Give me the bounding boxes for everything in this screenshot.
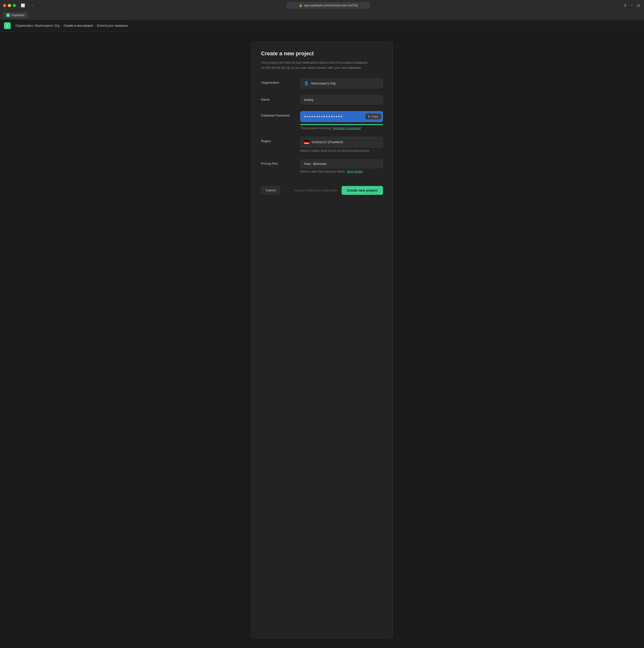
tab-title: Supabase <box>11 13 24 17</box>
name-input[interactable] <box>300 95 383 104</box>
form-card: Create a new project Your project will h… <box>251 41 393 639</box>
breadcrumb-sep-3: › <box>95 24 96 28</box>
breadcrumb: › Organization: flaviocopes's Org › Crea… <box>13 24 128 28</box>
minimize-button[interactable] <box>8 4 11 7</box>
tab-bar: S Supabase <box>0 11 644 19</box>
pricing-hint: Select a plan that suits your needs. Mor… <box>300 170 383 173</box>
organization-value: flaviocopes's Org <box>311 82 336 85</box>
region-chevron-down-icon: ⌄ <box>377 141 379 144</box>
region-select[interactable]: 🇩🇪 Central EU (Frankfurt) ⌄ <box>300 137 383 148</box>
breadcrumb-org[interactable]: Organization: flaviocopes's Org <box>15 24 59 28</box>
share-button[interactable]: ⬆ <box>623 2 628 9</box>
pricing-select-left: Free - $0/month <box>304 162 327 166</box>
pricing-plan-input-area: Free - $0/month ⌄ Select a plan that sui… <box>300 159 383 173</box>
cancel-button[interactable]: Cancel <box>261 186 280 194</box>
fullscreen-button[interactable] <box>13 4 16 7</box>
pricing-chevron-down-icon: ⌄ <box>377 162 379 165</box>
region-hint: Select a region close to you for the bes… <box>300 149 383 153</box>
form-footer: Cancel You can rename your project later… <box>261 181 383 195</box>
more-details-link[interactable]: More details <box>347 170 363 173</box>
pricing-hint-text: Select a plan that suits your needs. <box>300 170 346 173</box>
name-label: Name <box>261 95 295 101</box>
database-password-input-area: ⧉ Copy This password is strong. Generate… <box>300 111 383 130</box>
organization-field: Organization 👤 flaviocopes's Org ⌄ <box>261 78 383 88</box>
copy-icon: ⧉ <box>368 115 370 118</box>
pricing-plan-select[interactable]: Free - $0/month ⌄ <box>300 159 383 168</box>
lock-icon: 🔒 <box>299 4 302 7</box>
pricing-plan-label: Pricing Plan <box>261 159 295 165</box>
org-icon: 👤 <box>304 81 309 86</box>
breadcrumb-sep-2: › <box>61 24 62 28</box>
name-field: Name <box>261 95 383 104</box>
traffic-lights <box>3 4 16 7</box>
organization-label: Organization <box>261 78 295 85</box>
password-hint: This password is strong. Generate a pass… <box>300 126 383 130</box>
browser-actions: ⬆ + ⊞ <box>623 2 641 9</box>
form-description: Your project will have its own dedicated… <box>261 60 383 70</box>
active-tab[interactable]: S Supabase <box>3 12 28 18</box>
description-line1: Your project will have its own dedicated… <box>261 61 368 64</box>
description-line2: An API will be set up so you can easily … <box>261 66 362 69</box>
org-select-left: 👤 flaviocopes's Org <box>304 81 336 86</box>
password-wrapper: ⧉ Copy <box>300 111 383 122</box>
region-field: Region 🇩🇪 Central EU (Frankfurt) ⌄ Selec… <box>261 137 383 153</box>
strength-bar-fill <box>300 124 383 125</box>
breadcrumb-step1[interactable]: Create a new project <box>64 24 93 28</box>
address-bar[interactable]: 🔒 app.supabase.com/new/old-rose-xrz07kq <box>287 2 370 9</box>
pricing-plan-value: Free - $0/month <box>304 162 327 166</box>
chevron-down-icon: ⌄ <box>377 82 379 85</box>
flag-emoji: 🇩🇪 <box>304 140 309 145</box>
browser-titlebar: ⬜ ‹ › 🔒 app.supabase.com/new/old-rose-xr… <box>0 0 644 11</box>
strength-bar-container <box>300 124 383 125</box>
region-input-area: 🇩🇪 Central EU (Frankfurt) ⌄ Select a reg… <box>300 137 383 153</box>
breadcrumb-step2[interactable]: Extend your database <box>97 24 128 28</box>
database-password-field: Database Password ⧉ Copy This password i… <box>261 111 383 130</box>
password-hint-text: This password is strong. <box>300 126 332 130</box>
copy-label: Copy <box>371 115 378 118</box>
address-bar-container: 🔒 app.supabase.com/new/old-rose-xrz07kq <box>36 2 621 9</box>
close-button[interactable] <box>3 4 6 7</box>
copy-button[interactable]: ⧉ Copy <box>365 114 381 119</box>
forward-button[interactable]: › <box>31 2 34 8</box>
app-nav: ⚡ › Organization: flaviocopes's Org › Cr… <box>0 20 644 32</box>
back-button[interactable]: ‹ <box>27 2 30 8</box>
browser-controls: ⬜ ‹ › <box>20 2 34 8</box>
pricing-plan-field: Pricing Plan Free - $0/month ⌄ Select a … <box>261 159 383 173</box>
create-project-button[interactable]: Create new project <box>342 186 383 195</box>
rename-hint: You can rename your project later <box>294 189 338 192</box>
generate-password-link[interactable]: Generate a password <box>333 126 361 130</box>
tabs-button[interactable]: ⊞ <box>636 2 641 9</box>
region-label: Region <box>261 137 295 143</box>
sidebar-toggle-button[interactable]: ⬜ <box>20 2 26 8</box>
new-tab-button[interactable]: + <box>630 2 634 9</box>
browser-chrome: ⬜ ‹ › 🔒 app.supabase.com/new/old-rose-xr… <box>0 0 644 20</box>
organization-select[interactable]: 👤 flaviocopes's Org ⌄ <box>300 78 383 88</box>
form-title: Create a new project <box>261 50 383 57</box>
tab-favicon: S <box>6 13 10 17</box>
page-content: Create a new project Your project will h… <box>0 32 644 648</box>
region-value: Central EU (Frankfurt) <box>312 140 343 144</box>
breadcrumb-sep-1: › <box>13 24 14 28</box>
footer-right: You can rename your project later Create… <box>294 186 383 195</box>
name-input-area <box>300 95 383 104</box>
app-logo[interactable]: ⚡ <box>4 22 11 29</box>
region-select-left: 🇩🇪 Central EU (Frankfurt) <box>304 140 343 145</box>
database-password-label: Database Password <box>261 111 295 117</box>
url-text: app.supabase.com/new/old-rose-xrz07kq <box>304 4 357 7</box>
organization-input-area: 👤 flaviocopes's Org ⌄ <box>300 78 383 88</box>
